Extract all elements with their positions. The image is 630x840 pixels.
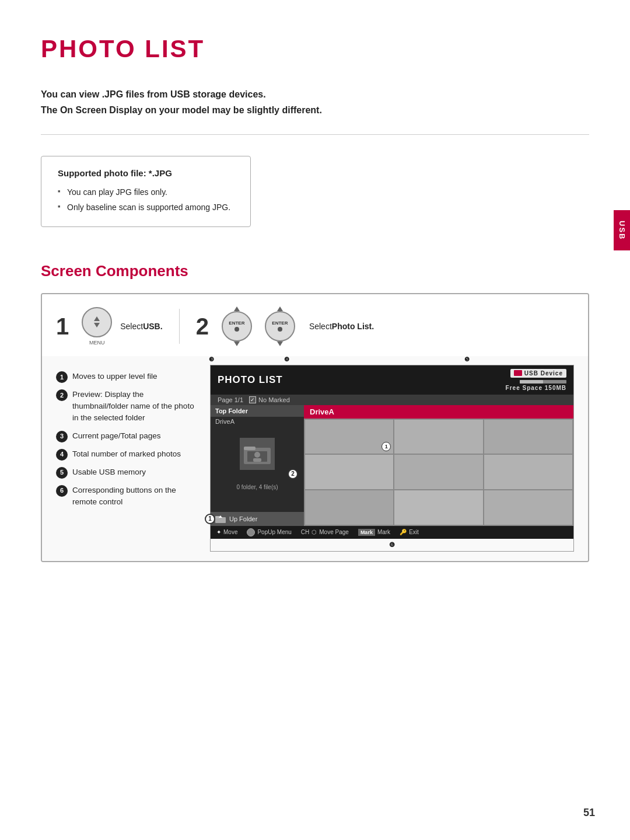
- list-item: You can play JPG files only.: [58, 185, 234, 200]
- desc-and-screen: 1 Moves to upper level file 2 Preview: D…: [42, 365, 588, 561]
- svg-rect-1: [244, 447, 256, 450]
- desc-item-5: 5 Usable USB memory: [56, 466, 196, 479]
- folder-count: 0 folder, 4 file(s): [211, 482, 304, 493]
- usb-tab: USB: [614, 210, 630, 250]
- enter-btn-1: ENTER: [222, 311, 252, 341]
- main-content: PHOTO LIST You can view .JPG files from …: [0, 0, 630, 609]
- select-usb-text: Select USB.: [120, 322, 162, 331]
- desc-item-6: 6 Corresponding buttons on the remote co…: [56, 485, 196, 508]
- screen-header-right: USB Device Free Space 150MB: [506, 369, 566, 391]
- grid-callout-1: 1: [382, 442, 391, 451]
- footer-popup: PopUp Menu: [247, 528, 291, 536]
- grid-cell-6: [484, 455, 572, 489]
- desc-num-5: 5: [56, 467, 68, 479]
- desc-item-4: 4 Total number of marked photos: [56, 448, 196, 461]
- menu-label: MENU: [89, 340, 105, 346]
- page-number: 51: [583, 807, 595, 819]
- footer-exit: 🔑 Exit: [400, 529, 419, 535]
- callout-5-label: ❺: [464, 356, 470, 363]
- mark-badge: Mark: [358, 529, 375, 536]
- grid-cell-8: [394, 490, 482, 525]
- desc-list: 1 Moves to upper level file 2 Preview: D…: [56, 365, 196, 552]
- grid-cell-2: [394, 420, 482, 454]
- folder-icon: [243, 442, 272, 465]
- desc-num-2: 2: [56, 389, 68, 401]
- screen-body: Top Folder DriveA: [211, 405, 573, 526]
- desc-num-4: 4: [56, 449, 68, 461]
- divider: [41, 134, 589, 135]
- svg-rect-4: [253, 458, 261, 462]
- enter-btn-2: ENTER: [265, 311, 295, 341]
- grid-cell-4: [305, 455, 393, 489]
- usb-device-badge: USB Device: [510, 369, 566, 378]
- list-item: Only baseline scan is supported among JP…: [58, 200, 234, 215]
- grid-cell-7: [305, 490, 393, 525]
- checkbox-icon: ✓: [249, 396, 256, 403]
- desc-num-3: 3: [56, 431, 68, 442]
- footer-movepage: CH ⬡ Move Page: [301, 529, 349, 535]
- enter2-down-arrow: [277, 341, 283, 346]
- folder-header: Top Folder: [211, 405, 304, 417]
- diagram-container: 1 MENU Select USB.: [41, 293, 589, 562]
- enter1-up-arrow: [234, 306, 240, 311]
- intro-line2: The On Screen Display on your model may …: [41, 102, 589, 118]
- footer-move: ✦ Move: [216, 529, 237, 535]
- info-box-list: You can play JPG files only. Only baseli…: [58, 185, 234, 214]
- intro-line1: You can view .JPG files from USB storage…: [41, 86, 589, 102]
- grid-cell-3: [484, 420, 572, 454]
- step1-number: 1: [56, 315, 69, 338]
- folder-thumbnail: [240, 438, 275, 470]
- desc-item-2: 2 Preview: Display the thumbnail/folder …: [56, 389, 196, 424]
- folder-name: DriveA: [211, 417, 304, 426]
- screen-mockup: PHOTO LIST USB Device Free Space 150MB: [210, 365, 574, 552]
- step2-block: 2 ENTER: [196, 311, 374, 341]
- free-space-text: Free Space 150MB: [506, 385, 566, 391]
- usb-icon: [514, 370, 522, 376]
- instruction-row: 1 MENU Select USB.: [42, 294, 588, 356]
- footer-mark: Mark Mark: [358, 529, 390, 536]
- step2-number: 2: [196, 315, 209, 338]
- desc-num-1: 1: [56, 371, 68, 383]
- intro-block: You can view .JPG files from USB storage…: [41, 86, 589, 118]
- grid-cell-1: 1: [305, 420, 393, 454]
- callout-4-label: ❹: [284, 356, 289, 363]
- photo-grid: 1: [304, 419, 573, 526]
- callout-2: 2: [288, 469, 298, 479]
- callout-1: 1: [205, 514, 215, 524]
- desc-num-6: 6: [56, 485, 68, 497]
- screen-header: PHOTO LIST USB Device Free Space 150MB: [211, 365, 573, 395]
- remote-nav-wheel: [82, 307, 112, 337]
- callout-row: ❸ ❹ ❺: [42, 356, 588, 363]
- enter1-down-arrow: [234, 341, 240, 346]
- screen-footer: ✦ Move PopUp Menu CH ⬡ Move Page Mark: [211, 526, 573, 539]
- info-box-title: Supported photo file: *.JPG: [58, 168, 234, 178]
- select-photolist-text: Select Photo List.: [309, 322, 374, 331]
- arrow-up-icon: [94, 316, 100, 321]
- step-separator: [179, 309, 180, 344]
- page-title: PHOTO LIST: [41, 35, 589, 63]
- desc-item-3: 3 Current page/Total pages: [56, 430, 196, 442]
- screen-title: PHOTO LIST: [218, 374, 283, 386]
- up-folder-container: Up Folder 1: [211, 512, 304, 526]
- svg-point-3: [254, 452, 260, 458]
- section-title: Screen Components: [41, 262, 589, 280]
- no-marked: ✓ No Marked: [249, 396, 290, 403]
- left-panel: Top Folder DriveA: [211, 405, 304, 526]
- grid-cell-9: [484, 490, 572, 525]
- grid-cell-5: [394, 455, 482, 489]
- arrow-down-icon: [94, 323, 100, 327]
- screen-subheader: Page 1/1 ✓ No Marked: [211, 395, 573, 405]
- desc-item-1: 1 Moves to upper level file: [56, 371, 196, 383]
- up-folder-bar: Up Folder: [211, 512, 304, 526]
- callout-3-label: ❸: [209, 356, 214, 363]
- step1-block: 1 MENU Select USB.: [56, 307, 163, 346]
- callout-6-label: ❻: [389, 541, 395, 549]
- enter2-up-arrow: [277, 306, 283, 311]
- callout-6-row: ❻: [211, 539, 573, 551]
- up-folder-icon: [215, 515, 226, 523]
- right-area: DriveA 1: [304, 405, 573, 526]
- drive-selected-bar: DriveA: [304, 405, 573, 419]
- info-box: Supported photo file: *.JPG You can play…: [41, 156, 251, 226]
